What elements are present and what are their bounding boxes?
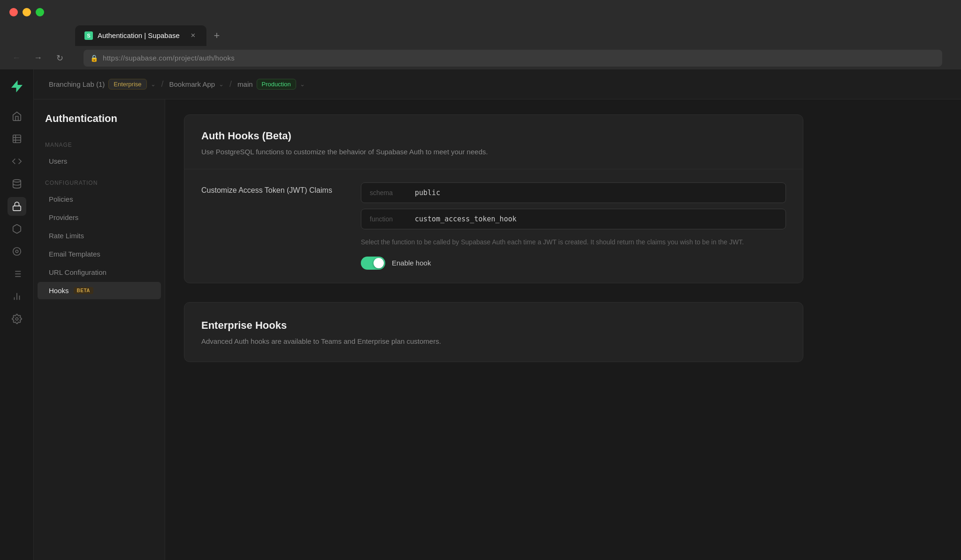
tab-favicon: S — [84, 31, 93, 40]
schema-value: public — [415, 189, 440, 197]
lock-icon: 🔒 — [90, 54, 98, 62]
nav-icon-settings[interactable] — [8, 310, 26, 328]
hooks-item-content: Hooks BETA — [49, 287, 150, 295]
auth-hooks-description: Use PostgreSQL functions to customize th… — [201, 147, 786, 158]
sidebar-item-providers[interactable]: Providers — [38, 209, 161, 226]
top-header: Branching Lab (1) Enterprise ⌄ / Bookmar… — [34, 69, 961, 99]
svg-point-17 — [15, 318, 18, 320]
hooks-beta-badge: BETA — [74, 287, 93, 294]
forward-button[interactable]: → — [31, 51, 45, 65]
svg-point-4 — [13, 180, 21, 182]
url-text: https://supabase.com/project/auth/hooks — [103, 54, 235, 62]
traffic-lights — [9, 8, 44, 16]
nav-icon-logs[interactable] — [8, 265, 26, 283]
branch-chevron[interactable]: ⌄ — [300, 81, 305, 88]
nav-icon-sql[interactable] — [8, 152, 26, 171]
tab-close-button[interactable]: ✕ — [189, 31, 197, 40]
branch-name: main — [237, 80, 253, 88]
enterprise-hooks-section: Enterprise Hooks Advanced Auth hooks are… — [184, 303, 803, 362]
browser-titlebar — [0, 0, 961, 24]
jwt-hook-desc: Select the function to be called by Supa… — [361, 237, 786, 247]
nav-icon-storage[interactable] — [8, 174, 26, 193]
project-name: Bookmark App — [169, 80, 215, 88]
main-content: Auth Hooks (Beta) Use PostgreSQL functio… — [165, 99, 961, 560]
reload-button[interactable]: ↻ — [53, 51, 67, 65]
breadcrumb-separator-1: / — [161, 79, 164, 89]
nav-icon-table[interactable] — [8, 129, 26, 148]
browser-tabs: S Authentication | Supabase ✕ + — [0, 24, 961, 47]
enable-hook-label: Enable hook — [392, 259, 431, 267]
jwt-hook-controls: schema public function custom_access_tok… — [361, 182, 786, 270]
hooks-label: Hooks — [49, 287, 69, 295]
jwt-hook-row: Customize Access Token (JWT) Claims sche… — [184, 169, 803, 283]
enterprise-hooks-title: Enterprise Hooks — [201, 319, 786, 332]
nav-icon-realtime[interactable] — [8, 242, 26, 261]
sidebar-section-config: Configuration — [34, 170, 165, 190]
breadcrumb-separator-2: / — [229, 79, 232, 89]
content-inner: Auth Hooks (Beta) Use PostgreSQL functio… — [165, 99, 822, 396]
auth-hooks-title: Auth Hooks (Beta) — [201, 130, 786, 142]
function-label: function — [370, 215, 407, 223]
browser-toolbar: ← → ↻ 🔒 https://supabase.com/project/aut… — [0, 47, 961, 69]
svg-rect-5 — [13, 206, 21, 211]
sidebar-item-hooks[interactable]: Hooks BETA — [38, 282, 161, 299]
svg-point-6 — [13, 248, 21, 256]
sidebar-item-users[interactable]: Users — [38, 152, 161, 170]
nav-icon-functions[interactable] — [8, 219, 26, 238]
browser-chrome: S Authentication | Supabase ✕ + ← → ↻ 🔒 … — [0, 0, 961, 69]
auth-hooks-card: Auth Hooks (Beta) Use PostgreSQL functio… — [184, 114, 803, 283]
toggle-knob — [374, 258, 384, 268]
sidebar-section-manage: Manage — [34, 132, 165, 152]
enterprise-badge: Enterprise — [108, 79, 146, 90]
breadcrumb: Branching Lab (1) Enterprise ⌄ / Bookmar… — [49, 79, 305, 90]
nav-icon-home[interactable] — [8, 107, 26, 126]
workspace-chevron[interactable]: ⌄ — [151, 81, 156, 88]
enable-hook-row: Enable hook — [361, 257, 786, 270]
sidebar-item-url-config[interactable]: URL Configuration — [38, 264, 161, 281]
nav-icon-auth[interactable] — [8, 197, 26, 216]
breadcrumb-workspace[interactable]: Branching Lab (1) Enterprise ⌄ — [49, 79, 156, 90]
browser-tab-active[interactable]: S Authentication | Supabase ✕ — [75, 25, 206, 46]
production-badge: Production — [257, 79, 296, 90]
nav-icon-reports[interactable] — [8, 287, 26, 306]
workspace-name: Branching Lab (1) — [49, 80, 105, 88]
sidebar-item-policies[interactable]: Policies — [38, 190, 161, 208]
traffic-light-close[interactable] — [9, 8, 18, 16]
jwt-hook-label: Customize Access Token (JWT) Claims — [201, 182, 342, 195]
schema-label: schema — [370, 189, 407, 197]
sidebar-item-email-templates[interactable]: Email Templates — [38, 245, 161, 263]
tab-title: Authentication | Supabase — [98, 31, 180, 39]
back-button[interactable]: ← — [9, 51, 23, 65]
address-bar[interactable]: 🔒 https://supabase.com/project/auth/hook… — [84, 50, 942, 67]
traffic-light-maximize[interactable] — [36, 8, 44, 16]
sidebar: Authentication Manage Users Configuratio… — [34, 99, 165, 560]
sidebar-title: Authentication — [45, 113, 153, 125]
function-field: function custom_access_token_hook — [361, 209, 786, 229]
sidebar-item-rate-limits[interactable]: Rate Limits — [38, 227, 161, 244]
project-chevron[interactable]: ⌄ — [219, 81, 224, 88]
schema-field: schema public — [361, 182, 786, 203]
breadcrumb-branch[interactable]: main Production ⌄ — [237, 79, 305, 90]
enterprise-hooks-desc: Advanced Auth hooks are available to Tea… — [201, 336, 786, 347]
auth-hooks-header: Auth Hooks (Beta) Use PostgreSQL functio… — [184, 115, 803, 169]
enable-hook-toggle[interactable] — [361, 257, 385, 270]
traffic-light-minimize[interactable] — [23, 8, 31, 16]
supabase-logo[interactable] — [8, 77, 26, 96]
icon-rail — [0, 69, 34, 560]
svg-point-7 — [15, 250, 18, 253]
svg-rect-0 — [13, 135, 21, 143]
function-value: custom_access_token_hook — [415, 215, 517, 223]
sidebar-header: Authentication — [34, 99, 165, 132]
app-layout: Branching Lab (1) Enterprise ⌄ / Bookmar… — [0, 69, 961, 560]
breadcrumb-project[interactable]: Bookmark App ⌄ — [169, 80, 224, 88]
enterprise-hooks-card: Enterprise Hooks Advanced Auth hooks are… — [184, 302, 803, 363]
new-tab-button[interactable]: + — [208, 27, 225, 44]
